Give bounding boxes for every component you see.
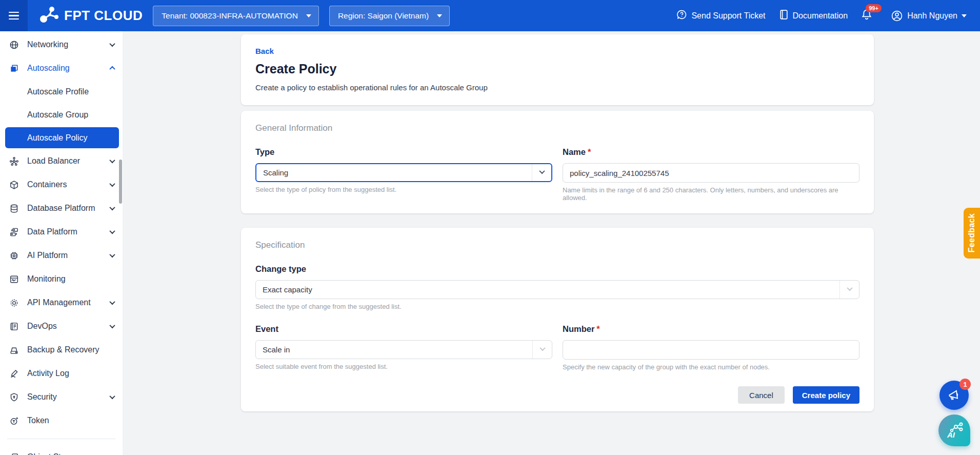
- chip-icon: [9, 250, 19, 261]
- shield-icon: [9, 392, 19, 402]
- sidebar-nav: Networking Autoscaling Autoscale Profile…: [0, 31, 123, 455]
- required-asterisk: *: [596, 324, 599, 333]
- main-content: Back Create Policy Create a policy to es…: [123, 31, 980, 455]
- chevron-down-icon: [110, 230, 114, 234]
- send-support-ticket-label: Send Support Ticket: [691, 11, 765, 21]
- gear-icon: [9, 298, 19, 308]
- sidebar-item-token[interactable]: Token: [0, 409, 123, 432]
- backup-drive-icon: [9, 345, 19, 355]
- sidebar-item-ai-platform[interactable]: AI Platform: [0, 244, 123, 267]
- sidebar-item-activity-log[interactable]: Activity Log: [0, 362, 123, 385]
- tenant-label: Tenant: 000823-INFRA-AUTOMATION: [162, 11, 298, 21]
- event-label: Event: [255, 324, 552, 334]
- page-title: Create Policy: [255, 62, 859, 76]
- autoscaling-icon: [9, 63, 19, 73]
- monitoring-icon: [9, 274, 19, 284]
- page-header-card: Back Create Policy Create a policy to es…: [241, 34, 874, 105]
- type-label: Type: [255, 147, 552, 157]
- sidebar-item-autoscale-profile[interactable]: Autoscale Profile: [0, 80, 123, 103]
- sidebar-scrollbar-thumb[interactable]: [119, 160, 122, 204]
- documentation-icon: [779, 9, 789, 22]
- user-menu[interactable]: Hanh Nguyen: [891, 10, 967, 22]
- chevron-down-icon: [110, 395, 114, 399]
- top-navbar: FPT CLOUD Tenant: 000823-INFRA-AUTOMATIO…: [0, 0, 980, 31]
- number-help-text: Specify the new capacity of the group wi…: [563, 363, 859, 371]
- general-information-card: General Information Type Scaling Select …: [241, 111, 874, 213]
- sidebar-item-networking[interactable]: Networking: [0, 33, 123, 56]
- region-label: Region: Saigon (Vietnam): [338, 11, 429, 21]
- required-asterisk: *: [588, 147, 591, 156]
- globe-icon: [9, 39, 19, 50]
- change-type-help-text: Select the type of change from the sugge…: [255, 303, 859, 310]
- sidebar-item-backup-recovery[interactable]: Backup & Recovery: [0, 338, 123, 362]
- sidebar-item-devops[interactable]: DevOps: [0, 314, 123, 338]
- chevron-down-icon: [110, 183, 114, 187]
- load-balancer-icon: [9, 156, 19, 166]
- chevron-down-icon: [110, 324, 114, 328]
- pen-signature-icon: [9, 368, 19, 379]
- sidebar-item-api-management[interactable]: API Management: [0, 291, 123, 314]
- chevron-down-icon: [532, 341, 552, 359]
- sidebar-item-object-storage[interactable]: Object Storage: [0, 445, 123, 455]
- support-chat-icon: [676, 9, 687, 22]
- specification-title: Specification: [255, 240, 859, 250]
- caret-down-icon: [962, 14, 967, 17]
- announcement-count-badge: 1: [959, 379, 971, 390]
- documentation-link[interactable]: Documentation: [779, 9, 848, 22]
- sidebar-item-data-platform[interactable]: Data Platform: [0, 220, 123, 244]
- menu-toggle-button[interactable]: [0, 0, 28, 31]
- feedback-label: Feedback: [967, 213, 976, 252]
- sidebar-item-security[interactable]: Security: [0, 385, 123, 409]
- sidebar-item-database-platform[interactable]: Database Platform: [0, 196, 123, 220]
- event-help-text: Select suitable event from the suggested…: [255, 363, 552, 370]
- sidebar-item-monitoring[interactable]: Monitoring: [0, 267, 123, 291]
- event-select-value: Scale in: [256, 345, 532, 354]
- feedback-tab[interactable]: Feedback: [964, 208, 980, 259]
- devops-icon: [9, 321, 19, 331]
- notifications-button[interactable]: 99+: [861, 9, 872, 23]
- name-label: Name*: [563, 147, 859, 157]
- sidebar-item-autoscaling[interactable]: Autoscaling: [0, 56, 123, 80]
- number-input[interactable]: [563, 340, 859, 360]
- chevron-down-icon: [839, 281, 859, 299]
- type-select[interactable]: Scaling: [255, 163, 552, 182]
- type-help-text: Select the type of policy from the sugge…: [255, 186, 552, 193]
- brand-name: FPT CLOUD: [64, 8, 143, 24]
- change-type-select[interactable]: Exact capacity: [255, 280, 859, 299]
- name-help-text: Name limits in the range of 6 and 250 ch…: [563, 186, 859, 202]
- back-link[interactable]: Back: [255, 47, 274, 55]
- svg-text:AI: AI: [947, 430, 955, 439]
- announcements-button[interactable]: 1: [939, 381, 969, 410]
- sidebar-item-autoscale-policy[interactable]: Autoscale Policy: [5, 127, 119, 148]
- caret-down-icon: [306, 14, 311, 17]
- tenant-selector[interactable]: Tenant: 000823-INFRA-AUTOMATION: [153, 6, 319, 26]
- user-avatar-icon: [891, 10, 903, 22]
- cancel-button[interactable]: Cancel: [738, 386, 785, 404]
- user-name: Hanh Nguyen: [907, 11, 957, 21]
- change-type-label: Change type: [255, 264, 859, 274]
- sidebar-item-load-balancer[interactable]: Load Balancer: [0, 149, 123, 173]
- change-type-select-value: Exact capacity: [256, 285, 839, 294]
- send-support-ticket-link[interactable]: Send Support Ticket: [676, 9, 765, 22]
- name-input[interactable]: [563, 163, 859, 183]
- number-label: Number*: [563, 324, 859, 334]
- sidebar-divider: [7, 439, 115, 439]
- event-select[interactable]: Scale in: [255, 340, 552, 359]
- brand-logo: FPT CLOUD: [39, 6, 143, 26]
- sidebar-item-autoscale-group[interactable]: Autoscale Group: [0, 103, 123, 126]
- sidebar-item-containers[interactable]: Containers: [0, 173, 123, 196]
- specification-card: Specification Change type Exact capacity…: [241, 228, 874, 411]
- create-policy-button[interactable]: Create policy: [793, 386, 859, 404]
- general-information-title: General Information: [255, 123, 859, 133]
- ai-assistant-button[interactable]: AI: [938, 414, 970, 446]
- chevron-down-icon: [532, 164, 551, 181]
- type-select-value: Scaling: [256, 168, 532, 177]
- object-storage-icon: [9, 452, 19, 455]
- caret-down-icon: [437, 14, 442, 17]
- documentation-label: Documentation: [793, 11, 848, 21]
- region-selector[interactable]: Region: Saigon (Vietnam): [329, 6, 450, 26]
- chevron-down-icon: [110, 43, 114, 47]
- megaphone-icon: [947, 388, 961, 402]
- database-icon: [9, 203, 19, 213]
- chevron-down-icon: [110, 206, 114, 210]
